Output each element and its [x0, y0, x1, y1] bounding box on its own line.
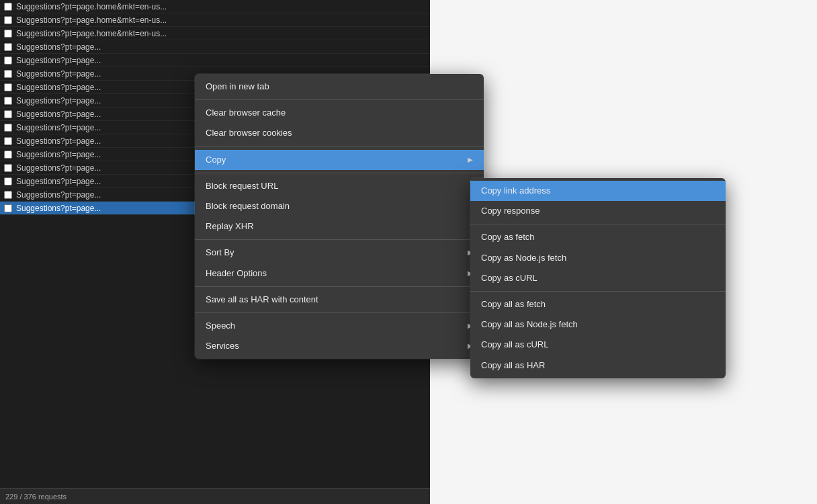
submenu-item-copy-all-as-fetch[interactable]: Copy all as fetch — [470, 294, 726, 314]
row-checkbox[interactable] — [4, 16, 12, 24]
row-url: Suggestions?pt=page... — [16, 136, 101, 146]
submenu-item-label: Copy response — [481, 205, 540, 217]
menu-item-block-request-url[interactable]: Block request URL — [195, 176, 484, 196]
row-url: Suggestions?pt=page... — [16, 69, 101, 79]
menu-item-label: Save all as HAR with content — [206, 294, 318, 306]
row-checkbox[interactable] — [4, 83, 12, 91]
menu-item-sort-by[interactable]: Sort By▶ — [195, 243, 484, 263]
row-checkbox[interactable] — [4, 151, 12, 159]
menu-separator — [470, 291, 726, 292]
menu-item-label: Header Options — [206, 267, 267, 280]
submenu-item-copy-as-node.js-fetch[interactable]: Copy as Node.js fetch — [470, 248, 726, 268]
menu-item-replay-xhr[interactable]: Replay XHR — [195, 216, 484, 237]
submenu-item-copy-link-address[interactable]: Copy link address — [470, 181, 726, 201]
menu-item-block-request-domain[interactable]: Block request domain — [195, 196, 484, 216]
submenu-item-copy-as-fetch[interactable]: Copy as fetch — [470, 227, 726, 247]
menu-item-save-all-as-har-with-content[interactable]: Save all as HAR with content — [195, 290, 484, 310]
menu-separator — [195, 312, 484, 313]
submenu-item-label: Copy as Node.js fetch — [481, 252, 566, 264]
row-checkbox[interactable] — [4, 70, 12, 78]
submenu-item-label: Copy as fetch — [481, 231, 535, 243]
submenu-item-label: Copy link address — [481, 185, 550, 197]
network-row[interactable]: Suggestions?pt=page... — [0, 54, 430, 67]
menu-item-open-in-new-tab[interactable]: Open in new tab — [195, 77, 484, 97]
row-url: Suggestions?pt=page... — [16, 204, 101, 213]
menu-separator — [470, 224, 726, 224]
row-checkbox[interactable] — [4, 124, 12, 132]
row-checkbox[interactable] — [4, 43, 12, 51]
menu-item-label: Services — [206, 340, 239, 352]
menu-item-label: Replay XHR — [206, 220, 254, 233]
submenu-item-copy-all-as-node.js-fetch[interactable]: Copy all as Node.js fetch — [470, 314, 726, 335]
row-url: Suggestions?pt=page... — [16, 190, 101, 200]
row-url: Suggestions?pt=page... — [16, 83, 101, 92]
submenu-item-label: Copy as cURL — [481, 272, 538, 284]
row-checkbox[interactable] — [4, 137, 12, 145]
menu-separator — [195, 173, 484, 173]
row-url: Suggestions?pt=page... — [16, 42, 101, 52]
row-checkbox[interactable] — [4, 97, 12, 105]
row-checkbox[interactable] — [4, 204, 12, 212]
status-bar: 229 / 376 requests — [0, 488, 430, 504]
menu-item-label: Speech — [206, 320, 235, 332]
context-menu-main[interactable]: Open in new tabClear browser cacheClear … — [195, 74, 484, 359]
network-row[interactable]: Suggestions?pt=page.home&mkt=en-us... — [0, 0, 430, 13]
network-row[interactable]: Suggestions?pt=page... — [0, 40, 430, 54]
menu-item-label: Open in new tab — [206, 81, 269, 93]
row-checkbox[interactable] — [4, 191, 12, 199]
row-url: Suggestions?pt=page... — [16, 150, 101, 159]
row-url: Suggestions?pt=page... — [16, 123, 101, 132]
menu-item-services[interactable]: Services▶ — [195, 336, 484, 356]
row-checkbox[interactable] — [4, 177, 12, 185]
submenu-arrow-icon: ▶ — [468, 155, 473, 165]
request-count: 229 / 376 requests — [5, 493, 67, 501]
context-menu-sub[interactable]: Copy link addressCopy responseCopy as fe… — [470, 178, 726, 378]
row-checkbox[interactable] — [4, 3, 12, 11]
submenu-item-copy-all-as-har[interactable]: Copy all as HAR — [470, 355, 726, 376]
row-url: Suggestions?pt=page... — [16, 110, 101, 119]
row-checkbox[interactable] — [4, 30, 12, 38]
submenu-item-label: Copy all as HAR — [481, 360, 545, 372]
menu-item-label: Sort By — [206, 247, 234, 259]
menu-item-label: Block request URL — [206, 180, 278, 192]
row-url: Suggestions?pt=page... — [16, 56, 101, 65]
menu-item-header-options[interactable]: Header Options▶ — [195, 263, 484, 284]
menu-separator — [195, 286, 484, 287]
row-url: Suggestions?pt=page... — [16, 177, 101, 186]
menu-item-clear-browser-cookies[interactable]: Clear browser cookies — [195, 123, 484, 143]
menu-separator — [195, 146, 484, 147]
row-url: Suggestions?pt=page.home&mkt=en-us... — [16, 15, 167, 25]
menu-item-label: Clear browser cookies — [206, 127, 292, 139]
menu-item-copy[interactable]: Copy▶ — [195, 150, 484, 170]
submenu-item-label: Copy all as Node.js fetch — [481, 319, 578, 331]
row-url: Suggestions?pt=page.home&mkt=en-us... — [16, 29, 167, 38]
network-row[interactable]: Suggestions?pt=page.home&mkt=en-us... — [0, 27, 430, 40]
menu-separator — [195, 99, 484, 100]
row-url: Suggestions?pt=page... — [16, 96, 101, 106]
menu-item-label: Copy — [206, 154, 226, 166]
submenu-item-copy-all-as-curl[interactable]: Copy all as cURL — [470, 335, 726, 355]
row-url: Suggestions?pt=page.home&mkt=en-us... — [16, 2, 167, 11]
submenu-item-copy-response[interactable]: Copy response — [470, 201, 726, 221]
menu-separator — [195, 239, 484, 240]
submenu-item-label: Copy all as cURL — [481, 339, 548, 351]
row-checkbox[interactable] — [4, 110, 12, 118]
menu-item-speech[interactable]: Speech▶ — [195, 316, 484, 336]
submenu-item-copy-as-curl[interactable]: Copy as cURL — [470, 268, 726, 288]
submenu-item-label: Copy all as fetch — [481, 298, 546, 310]
menu-item-label: Block request domain — [206, 200, 290, 212]
menu-item-clear-browser-cache[interactable]: Clear browser cache — [195, 103, 484, 123]
row-checkbox[interactable] — [4, 164, 12, 172]
menu-item-label: Clear browser cache — [206, 107, 286, 119]
network-row[interactable]: Suggestions?pt=page.home&mkt=en-us... — [0, 13, 430, 27]
row-checkbox[interactable] — [4, 56, 12, 65]
row-url: Suggestions?pt=page... — [16, 163, 101, 173]
